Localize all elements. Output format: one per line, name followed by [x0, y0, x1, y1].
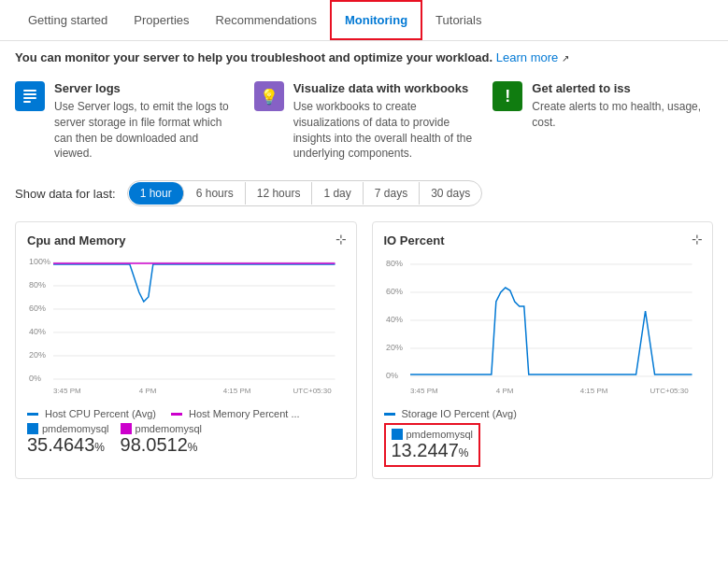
- svg-text:0%: 0%: [29, 374, 41, 383]
- feature-card-server-logs: Server logs Use Server logs, to emit the…: [15, 81, 236, 162]
- time-pill-1day[interactable]: 1 day: [312, 182, 363, 205]
- io-metric-value: 13.2447%: [392, 440, 474, 461]
- memory-metric-box: pmdemomysql 98.0512%: [121, 423, 203, 456]
- time-pills: 1 hour 6 hours 12 hours 1 day 7 days 30 …: [127, 180, 483, 206]
- svg-text:UTC+05:30: UTC+05:30: [649, 387, 689, 395]
- legend-memory: Host Memory Percent ...: [171, 408, 300, 419]
- workbooks-title: Visualize data with workbooks: [293, 81, 475, 95]
- svg-rect-0: [23, 90, 36, 92]
- svg-text:4 PM: 4 PM: [139, 387, 157, 395]
- nav-bar: Getting started Properties Recommendatio…: [0, 0, 728, 41]
- memory-metric-label: pmdemomysql: [136, 423, 203, 434]
- time-pill-6hours[interactable]: 6 hours: [185, 182, 246, 205]
- cpu-memory-title: Cpu and Memory: [27, 233, 345, 247]
- workbooks-text: Visualize data with workbooks Use workbo…: [293, 81, 475, 162]
- time-pill-1hour[interactable]: 1 hour: [129, 182, 184, 205]
- svg-text:80%: 80%: [385, 259, 402, 268]
- cpu-metric-box: pmdemomysql 35.4643%: [27, 423, 109, 456]
- feature-card-alerts: ! Get alerted to iss Create alerts to mo…: [492, 81, 713, 162]
- legend-memory-label: Host Memory Percent ...: [189, 408, 300, 419]
- feature-cards: Server logs Use Server logs, to emit the…: [0, 74, 728, 173]
- cpu-metric-value: 35.4643%: [27, 434, 109, 456]
- time-filter-label: Show data for last:: [15, 187, 116, 201]
- nav-recommendations[interactable]: Recommendations: [203, 2, 330, 38]
- svg-text:80%: 80%: [29, 280, 46, 290]
- io-percent-chart: 80% 60% 40% 20% 0% 3:45 PM 4 PM 4:15 PM …: [384, 255, 702, 400]
- io-percent-pin-icon[interactable]: ⊹: [692, 232, 703, 247]
- svg-text:40%: 40%: [385, 315, 402, 324]
- nav-getting-started[interactable]: Getting started: [15, 2, 121, 38]
- legend-io-label: Storage IO Percent (Avg): [402, 408, 517, 419]
- alerts-icon: !: [492, 81, 522, 111]
- cpu-memory-chart: 100% 80% 60% 40% 20% 0% 3:45 PM 4 PM 4:1…: [27, 255, 345, 400]
- svg-text:40%: 40%: [29, 327, 46, 336]
- server-logs-icon: [15, 81, 45, 111]
- io-metric-label: pmdemomysql: [407, 429, 474, 440]
- svg-text:UTC+05:30: UTC+05:30: [293, 387, 333, 395]
- cpu-memory-legend: Host CPU Percent (Avg) Host Memory Perce…: [27, 408, 345, 419]
- svg-rect-2: [23, 97, 36, 99]
- svg-text:20%: 20%: [385, 343, 402, 352]
- learn-more-link[interactable]: Learn more: [496, 50, 558, 64]
- server-logs-title: Server logs: [54, 81, 236, 95]
- svg-text:20%: 20%: [29, 350, 46, 360]
- info-bar: You can monitor your server to help you …: [0, 41, 728, 74]
- legend-cpu-label: Host CPU Percent (Avg): [45, 408, 156, 419]
- external-link-icon: ↗: [562, 53, 569, 64]
- server-logs-desc: Use Server logs, to emit the logs to ser…: [54, 99, 236, 162]
- memory-metric-value: 98.0512%: [121, 434, 203, 456]
- io-metrics: pmdemomysql 13.2447%: [384, 423, 702, 467]
- workbooks-icon: 💡: [254, 81, 284, 111]
- svg-text:3:45 PM: 3:45 PM: [409, 387, 437, 395]
- workbooks-desc: Use workbooks to create visualizations o…: [293, 99, 475, 162]
- svg-rect-3: [23, 101, 31, 103]
- legend-io: Storage IO Percent (Avg): [384, 408, 517, 419]
- svg-text:60%: 60%: [385, 287, 402, 296]
- nav-tutorials[interactable]: Tutorials: [422, 2, 494, 38]
- svg-text:0%: 0%: [385, 371, 397, 380]
- svg-text:4:15 PM: 4:15 PM: [579, 387, 607, 395]
- svg-text:3:45 PM: 3:45 PM: [53, 387, 81, 395]
- server-logs-text: Server logs Use Server logs, to emit the…: [54, 81, 236, 162]
- info-text: You can monitor your server to help you …: [15, 50, 492, 64]
- alerts-title: Get alerted to iss: [532, 81, 713, 95]
- time-pill-30days[interactable]: 30 days: [420, 182, 481, 205]
- svg-text:4:15 PM: 4:15 PM: [223, 387, 251, 395]
- cpu-memory-metrics: pmdemomysql 35.4643% pmdemomysql 98.0512…: [27, 423, 345, 456]
- time-pill-7days[interactable]: 7 days: [364, 182, 420, 205]
- legend-cpu: Host CPU Percent (Avg): [27, 408, 156, 419]
- alerts-desc: Create alerts to mo health, usage, cost.: [532, 99, 713, 131]
- svg-text:100%: 100%: [29, 257, 50, 266]
- cpu-memory-pin-icon[interactable]: ⊹: [335, 232, 347, 247]
- io-percent-chart-card: IO Percent ⊹ 80% 60% 40% 20% 0% 3:45 PM …: [372, 221, 714, 479]
- nav-monitoring[interactable]: Monitoring: [330, 0, 422, 40]
- io-percent-legend: Storage IO Percent (Avg): [384, 408, 702, 419]
- svg-text:4 PM: 4 PM: [495, 387, 513, 395]
- time-pill-12hours[interactable]: 12 hours: [246, 182, 313, 205]
- feature-card-workbooks: 💡 Visualize data with workbooks Use work…: [254, 81, 475, 162]
- time-filter: Show data for last: 1 hour 6 hours 12 ho…: [0, 173, 728, 214]
- alerts-text: Get alerted to iss Create alerts to mo h…: [532, 81, 713, 131]
- cpu-memory-chart-card: Cpu and Memory ⊹ 100% 80% 60% 40% 20% 0%…: [15, 221, 357, 479]
- svg-text:60%: 60%: [29, 304, 46, 313]
- cpu-metric-label: pmdemomysql: [42, 423, 109, 434]
- charts-grid: Cpu and Memory ⊹ 100% 80% 60% 40% 20% 0%…: [0, 214, 728, 494]
- io-metric-box: pmdemomysql 13.2447%: [384, 423, 481, 467]
- nav-properties[interactable]: Properties: [121, 2, 202, 38]
- io-percent-title: IO Percent: [384, 233, 702, 247]
- svg-rect-1: [23, 93, 36, 95]
